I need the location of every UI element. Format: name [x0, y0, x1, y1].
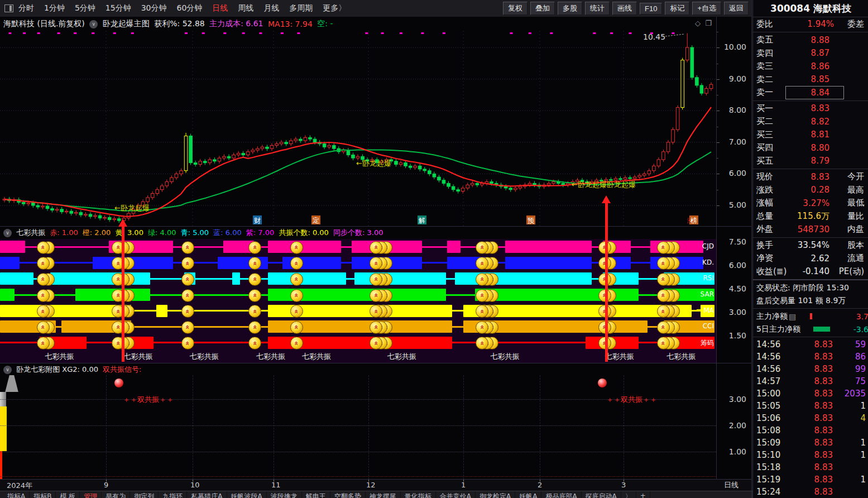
ask-row-卖三[interactable]: 卖三8.86 [753, 60, 868, 73]
trade-status-row: 交易状态: 闭市阶段 15:30 [753, 281, 868, 294]
indicator-tab-10[interactable]: 解电王 [302, 491, 330, 498]
indicator-tab-3[interactable]: 管理 [80, 491, 102, 498]
tick-row: 15:058.831 [753, 400, 868, 412]
period-tab-1[interactable]: 1分钟 [44, 3, 65, 13]
chevron-circle-icon[interactable]: ∨ [3, 229, 12, 237]
afterhours-volume: 盘后交易量 101 额 8.9万 [756, 296, 846, 306]
svg-text:←卧龙起爆: ←卧龙起爆 [356, 159, 391, 167]
list-icon[interactable]: ▤ [789, 312, 796, 321]
ask-levels: 卖五8.88卖四8.87卖三8.86卖二8.85卖一8.84 [753, 33, 868, 99]
indicator-tab-14[interactable]: 合并竞价A [436, 491, 476, 498]
period-tab-4[interactable]: 30分钟 [141, 3, 167, 13]
coin-icon: « [657, 337, 670, 349]
period-tab-3[interactable]: 15分钟 [105, 3, 131, 13]
window-icon[interactable] [4, 4, 13, 12]
toolbar-button-4[interactable]: 画线 [612, 2, 637, 15]
bid-levels: 买一8.83买二8.82买三8.81买四8.80买五8.79 [753, 102, 868, 168]
toolbar-button-1[interactable]: 叠加 [530, 2, 555, 15]
toolbar-button-6[interactable]: 标记 [665, 2, 689, 15]
trade-status: 交易状态: 闭市阶段 15:30 [756, 283, 849, 293]
indicator-tab-16[interactable]: 妖帆A [515, 491, 541, 498]
toolbar-button-3[interactable]: 统计 [585, 2, 610, 15]
panel-maximize-icon[interactable]: ❐ [705, 19, 712, 27]
coin-icon: « [657, 305, 670, 318]
svg-text:预: 预 [527, 217, 534, 224]
signal-panel[interactable]: ∨ 卧龙七彩附图 XG2: 0.00 双共振信号: ＋＋双共振＋＋＋＋双共振＋＋ [0, 363, 716, 479]
coin-icon: « [290, 289, 303, 302]
bid-row-买五[interactable]: 买五8.79 [753, 155, 868, 168]
indicator-tab-8[interactable]: 妖帆波段A [227, 491, 267, 498]
bid-row-买一[interactable]: 买一8.83 [753, 102, 868, 116]
indicator-tab-9[interactable]: 波段擒龙 [267, 491, 302, 498]
chevron-circle-icon[interactable]: ∨ [89, 20, 98, 28]
indicator-tab-1[interactable]: 指标B [30, 491, 56, 498]
indicator-tab-13[interactable]: 量化指标 [401, 491, 436, 498]
period-tab-0[interactable]: 分时 [18, 3, 34, 13]
indicator-tab-19[interactable]: 〉 [621, 491, 636, 498]
indicator-tab-11[interactable]: 空翻多势 [330, 491, 366, 498]
title-segment: 卧龙七彩附图 XG2: 0.00 [14, 365, 100, 375]
tick-list[interactable]: 14:568.835914:568.838614:568.839914:578.… [753, 338, 868, 498]
title-segment: 蓝: 6.00 [213, 228, 244, 238]
coin-icon: « [181, 305, 194, 318]
toolbar-button-8[interactable]: 返回 [724, 2, 749, 15]
stat-row-换手: 换手33.54%股本 [753, 239, 868, 252]
main-chart-panel[interactable]: 海默科技 (日线.前复权) ∨ 卧龙起爆主图 获利%: 52.88 主力成本: … [0, 17, 716, 226]
tick-row: 15:008.832035 [753, 387, 868, 400]
title-segment: 绿: 4.00 [148, 228, 179, 238]
indicator-tab-5[interactable]: 御定列 [130, 491, 159, 498]
coin-icon: « [37, 289, 50, 302]
period-tab-10[interactable]: 更多〉 [323, 3, 346, 13]
zero-line [0, 476, 716, 477]
indicator-tab-18[interactable]: 探底启动A [582, 491, 621, 498]
period-tab-5[interactable]: 60分钟 [177, 3, 203, 13]
main-net-label: 主力净额 [756, 312, 788, 322]
period-tab-2[interactable]: 5分钟 [75, 3, 95, 13]
ask-row-卖一[interactable]: 卖一8.84 [753, 86, 868, 99]
band-bottom-label: 七彩共振 [491, 352, 520, 362]
diamond-icon[interactable]: ◇ [695, 19, 701, 27]
coin-icon: « [370, 241, 382, 254]
up-arrow-line [122, 226, 124, 362]
bid-row-买二[interactable]: 买二8.82 [753, 115, 868, 128]
coin-icon: « [476, 241, 488, 254]
band-label-CJD: CJD [696, 242, 714, 250]
coin-icon: « [290, 321, 303, 334]
stat-row-涨跌: 涨跌0.28最高 [753, 184, 868, 197]
bid-row-买三[interactable]: 买三8.81 [753, 128, 868, 142]
coin-icon: « [248, 321, 261, 334]
period-tab-7[interactable]: 周线 [238, 3, 253, 13]
ask-row-卖五[interactable]: 卖五8.88 [753, 33, 868, 47]
ask-row-卖二[interactable]: 卖二8.85 [753, 73, 868, 87]
bid-row-买四[interactable]: 买四8.80 [753, 141, 868, 155]
toolbar-button-5[interactable]: F10 [640, 3, 662, 15]
indicator-tab-15[interactable]: 御龙检定A [476, 491, 515, 498]
period-tab-8[interactable]: 月线 [263, 3, 279, 13]
tick-row: 14:578.8375 [753, 375, 868, 387]
indicator-tab-2[interactable]: 模 板 [56, 491, 80, 498]
indicator-tab-20[interactable]: + [636, 491, 650, 498]
coin-icon: « [248, 241, 261, 254]
divider [753, 32, 868, 32]
ask-row-卖四[interactable]: 卖四8.87 [753, 47, 868, 60]
indicator-tab-6[interactable]: 九指环 [159, 491, 187, 498]
coin-icon: « [370, 289, 382, 302]
toolbar-button-2[interactable]: 多股 [558, 2, 582, 15]
indicator-tab-4[interactable]: 早有为 [102, 491, 130, 498]
coin-icon: « [290, 305, 303, 318]
title-segment: 橙: 2.00 [83, 228, 113, 238]
tick-row: 15:198.831 [753, 473, 868, 486]
period-tab-6[interactable]: 日线 [212, 3, 228, 13]
indicator-tab-12[interactable]: 神龙摆尾 [366, 491, 401, 498]
chevron-circle-icon[interactable]: ∨ [3, 366, 12, 374]
rainbow-resonance-panel[interactable]: ∨ 七彩共振 赤: 1.00 橙: 2.00 黄: 3.00 绿: 4.00 青… [0, 226, 716, 363]
indicator-tab-17[interactable]: 极品底部A [541, 491, 581, 498]
indicator-tab-0[interactable]: 指标A [3, 491, 30, 498]
band-bottom-label: 七彩共振 [387, 352, 416, 362]
period-tab-9[interactable]: 多周期 [289, 3, 313, 13]
axis-tick-label: 2.00 [729, 421, 746, 430]
toolbar-button-0[interactable]: 复权 [503, 2, 527, 15]
indicator-tab-7[interactable]: 私募猎庄A [187, 491, 227, 498]
coin-icon: « [370, 321, 382, 334]
toolbar-button-7[interactable]: +自选 [692, 2, 721, 15]
